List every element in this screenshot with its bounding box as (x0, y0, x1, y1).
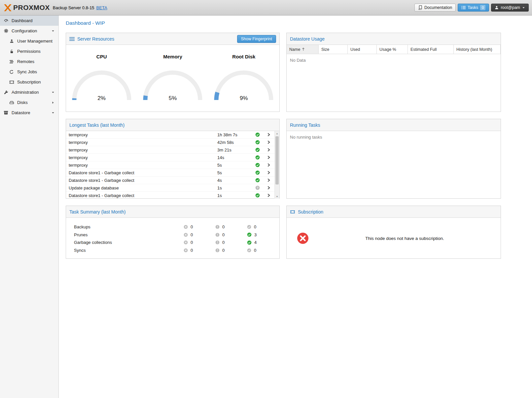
panel-title: Running Tasks (290, 122, 320, 128)
check-circle-green-icon (255, 132, 260, 137)
show-fingerprint-button[interactable]: Show Fingerprint (237, 35, 276, 43)
gauge-title: CPU (66, 54, 137, 59)
error-count-cell: 0 (184, 240, 215, 245)
svg-text:?: ? (257, 186, 258, 189)
sidebar-item-disks[interactable]: Disks (0, 97, 58, 108)
column-header-used[interactable]: Used (348, 45, 377, 54)
task-row: termproxy14s (66, 154, 274, 161)
warning-count-cell: 0 (215, 224, 247, 229)
task-status (252, 140, 263, 145)
sidebar-item-configuration[interactable]: Configuration (0, 26, 58, 36)
check-circle-green-icon (255, 170, 260, 175)
longest-tasks-panel: Longest Tasks (last Month) termproxy1h 3… (66, 119, 280, 199)
gauge-title: Memory (137, 54, 208, 59)
user-icon (9, 39, 14, 43)
sidebar-item-label: Subscription (17, 80, 41, 84)
task-open-button[interactable] (263, 148, 274, 152)
warning-count: 0 (222, 232, 225, 237)
scroll-up-arrow-icon[interactable]: ▲ (275, 131, 279, 136)
panel-title: Longest Tasks (last Month) (69, 122, 124, 128)
task-name: Datastore store1 - Garbage collect (66, 178, 217, 183)
task-name: Datastore store1 - Garbage collect (66, 170, 217, 175)
ok-count-cell: 4 (247, 240, 279, 245)
task-status (252, 178, 263, 182)
error-count: 0 (191, 224, 193, 229)
sidebar-item-datastore[interactable]: Datastore (0, 108, 58, 118)
longest-tasks-body: termproxy1h 38m 7stermproxy42m 58stermpr… (66, 131, 279, 199)
times-circle-gray-icon (184, 248, 188, 252)
sidebar: DashboardConfigurationUser ManagementPer… (0, 16, 59, 398)
task-open-button[interactable] (263, 155, 274, 159)
gear-icon (3, 28, 9, 33)
task-duration: 14s (217, 155, 252, 160)
tachometer-icon (3, 18, 9, 23)
sidebar-item-dashboard[interactable]: Dashboard (0, 16, 58, 26)
sidebar-item-user-management[interactable]: User Management (0, 36, 58, 46)
task-duration: 1s (217, 185, 252, 190)
documentation-button[interactable]: Documentation (414, 4, 456, 12)
sidebar-item-administration[interactable]: Administration (0, 87, 58, 97)
check-circle-green-icon (255, 193, 260, 198)
check-circle-green-icon (255, 163, 260, 167)
task-summary-panel: Task Summary (last Month) Backups000Prun… (66, 206, 280, 259)
sidebar-item-subscription[interactable]: Subscription (0, 77, 58, 87)
column-header-usage[interactable]: Usage % (377, 45, 408, 54)
sidebar-item-permissions[interactable]: Permissions (0, 46, 58, 56)
task-open-button[interactable] (263, 133, 274, 137)
beta-link[interactable]: BETA (96, 5, 107, 10)
ok-count: 0 (254, 224, 256, 229)
task-open-button[interactable] (263, 171, 274, 175)
task-open-button[interactable] (263, 140, 274, 144)
sidebar-item-label: Permissions (17, 49, 41, 54)
task-row: termproxy3m 21s (66, 146, 274, 154)
column-header-size[interactable]: Size (319, 45, 348, 54)
running-tasks-panel: Running Tasks No running tasks (286, 119, 501, 199)
tasks-label: Tasks (468, 5, 478, 10)
column-header-estimated-full[interactable]: Estimated Full (408, 45, 454, 54)
sidebar-item-label: Disks (17, 100, 28, 105)
summary-row-garbage-collections: Garbage collections004 (66, 239, 279, 247)
sidebar-item-remotes[interactable]: Remotes (0, 56, 58, 67)
book-icon (418, 5, 422, 10)
gauge-memory: Memory5% (137, 45, 208, 101)
panel-title: Task Summary (last Month) (69, 209, 125, 215)
task-status (252, 132, 263, 137)
task-open-button[interactable] (263, 178, 274, 182)
scroll-down-arrow-icon[interactable]: ▼ (275, 194, 279, 199)
task-duration: 1h 38m 7s (217, 132, 252, 137)
user-menu-button[interactable]: root@pam (491, 4, 529, 12)
gauge-value: 2% (70, 95, 133, 102)
server-resources-header: Server Resources Show Fingerprint (66, 33, 279, 45)
column-header-name[interactable]: Name (287, 45, 319, 54)
column-header-label: Used (350, 47, 360, 52)
header-actions: Documentation Tasks 0 root@pam (414, 4, 529, 12)
summary-label: Backups (74, 224, 184, 229)
sidebar-item-label: Configuration (12, 28, 37, 33)
warning-count-cell: 0 (215, 248, 247, 253)
refresh-icon (9, 70, 14, 74)
subscription-body: This node does not have a subscription. (287, 218, 501, 259)
warning-count: 0 (222, 224, 225, 229)
sidebar-item-sync-jobs[interactable]: Sync Jobs (0, 67, 58, 77)
task-duration: 42m 58s (217, 140, 252, 145)
column-header-history-last-month[interactable]: History (last Month) (454, 45, 501, 54)
task-duration: 4s (217, 178, 252, 183)
task-open-button[interactable] (263, 163, 274, 167)
task-status (252, 193, 263, 198)
sidebar-item-label: Dashboard (12, 18, 33, 23)
warning-count-cell: 0 (215, 232, 247, 237)
running-tasks-header: Running Tasks (287, 119, 501, 131)
tasks-button[interactable]: Tasks 0 (458, 4, 489, 12)
vertical-scrollbar[interactable]: ▲ ▼ (274, 131, 279, 199)
panel-title: Datastore Usage (290, 36, 325, 42)
task-open-button[interactable] (263, 186, 274, 190)
scrollbar-thumb[interactable] (275, 136, 279, 184)
summary-row-prunes: Prunes003 (66, 231, 279, 239)
times-circle-gray-icon (184, 233, 188, 237)
task-open-button[interactable] (263, 193, 274, 197)
datastore-usage-header: Datastore Usage (287, 33, 501, 45)
column-header-label: Size (321, 47, 329, 52)
task-row: termproxy5s (66, 161, 274, 169)
sort-up-icon (302, 48, 305, 51)
summary-label: Garbage collections (74, 240, 184, 245)
